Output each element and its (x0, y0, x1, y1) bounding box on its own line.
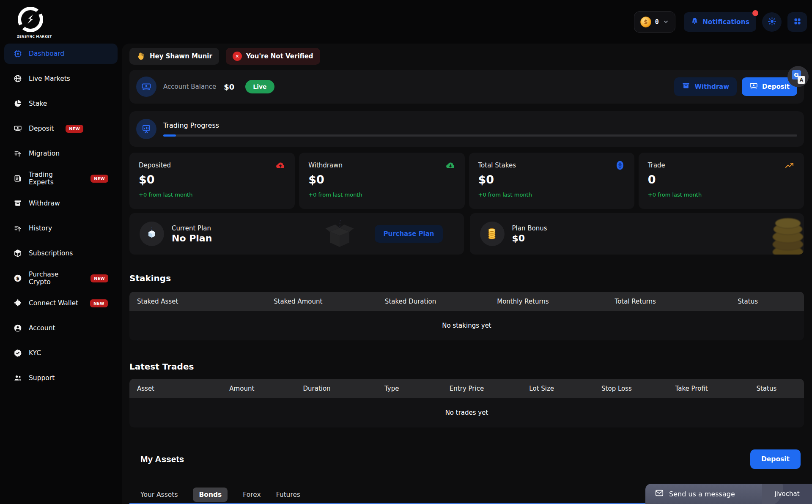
sidebar-item-migration[interactable]: Migration (4, 143, 118, 164)
tab-futures[interactable]: Futures (276, 491, 300, 499)
right-column: $ 0 z Notifications (122, 0, 812, 504)
logo[interactable]: ZENSYNC MARKET (0, 0, 122, 38)
cpu-icon (14, 49, 22, 58)
stat-value: $0 (139, 173, 285, 186)
content-area: Hey Shawn Munir ✕ You're Not Verified Ac… (122, 44, 812, 504)
wave-hand-icon (136, 52, 145, 61)
stats-row: Deposited$0+0 from last monthWithdrawn$0… (129, 153, 804, 209)
latest-trades-title: Latest Trades (129, 362, 804, 372)
tab-your-assets[interactable]: Your Assets (140, 491, 178, 499)
stat-value: 0 (648, 173, 795, 186)
apps-grid-button[interactable] (787, 12, 807, 32)
column-header-duration: Duration (279, 385, 354, 392)
notifications-button[interactable]: z Notifications (684, 12, 756, 32)
purchase-plan-button[interactable]: Purchase Plan (375, 225, 442, 243)
trend-up-icon (785, 160, 795, 170)
sidebar-item-label: Withdraw (29, 200, 60, 207)
gold-coin-icon: $ (640, 16, 651, 27)
column-header-staked-duration: Staked Duration (354, 298, 467, 305)
assets-deposit-button[interactable]: Deposit (750, 449, 801, 469)
new-badge: NEW (91, 274, 108, 282)
stat-title: Total Stakes (478, 162, 516, 169)
new-badge: NEW (66, 125, 83, 133)
svg-text:z: z (694, 19, 696, 22)
coin-balance-dropdown[interactable]: $ 0 (634, 11, 675, 33)
sidebar-item-label: Trading Experts (29, 171, 79, 186)
chevron-down-icon (663, 19, 669, 25)
cube-icon (14, 249, 22, 257)
withdraw-button[interactable]: Withdraw (674, 77, 737, 96)
svg-text:$: $ (16, 276, 19, 281)
greeting-chip: Hey Shawn Munir (129, 48, 219, 65)
app-root: ZENSYNC MARKET DashboardLive MarketsStak… (0, 0, 812, 504)
greeting-row: Hey Shawn Munir ✕ You're Not Verified (129, 48, 804, 65)
new-badge: NEW (90, 299, 108, 307)
sidebar-item-live-markets[interactable]: Live Markets (4, 68, 118, 89)
sidebar-item-label: Support (29, 374, 55, 382)
stat-card-deposited: Deposited$0+0 from last month (129, 153, 295, 209)
sidebar-item-withdraw[interactable]: Withdraw (4, 193, 118, 214)
x-circle-icon: ✕ (233, 52, 242, 61)
stakings-empty-row: No stakings yet (129, 311, 804, 340)
stat-delta: +0 from last month (478, 192, 625, 198)
stat-card-total-stakes: Total Stakes$0+0 from last month (469, 153, 634, 209)
sidebar-item-label: Stake (29, 100, 47, 107)
stat-card-trade: Trade0+0 from last month (639, 153, 804, 209)
tab-bonds[interactable]: Bonds (193, 488, 228, 502)
tab-forex[interactable]: Forex (243, 491, 261, 499)
column-header-status: Status (729, 385, 804, 392)
current-plan-label: Current Plan (172, 225, 212, 232)
not-verified-chip[interactable]: ✕ You're Not Verified (226, 48, 320, 65)
chat-widget[interactable]: Send us a message jivochat (645, 484, 812, 504)
sidebar-item-account[interactable]: Account (4, 318, 118, 338)
column-header-staked-asset: Staked Asset (129, 298, 242, 305)
sidebar-item-label: Migration (29, 150, 60, 157)
list-arrow-up-icon (14, 149, 22, 158)
sidebar-item-support[interactable]: Support (4, 368, 118, 388)
stat-card-withdrawn: Withdrawn$0+0 from last month (299, 153, 464, 209)
google-translate-button[interactable]: G A (787, 66, 809, 87)
column-header-amount: Amount (204, 385, 279, 392)
theme-toggle-button[interactable] (762, 12, 782, 32)
sidebar-item-trading-experts[interactable]: Trading ExpertsNEW (4, 168, 118, 189)
list-arrow-up-icon (14, 224, 22, 233)
column-header-status: Status (691, 298, 804, 305)
account-balance-value: $0 (224, 82, 234, 91)
balance-actions: Withdraw Deposit (674, 77, 797, 96)
ethereum-icon (615, 160, 625, 170)
sidebar-item-stake[interactable]: Stake (4, 93, 118, 114)
bell-icon: z (691, 17, 699, 27)
live-badge: Live (245, 80, 274, 93)
sidebar-item-label: Live Markets (29, 75, 70, 82)
pie-chart-icon (14, 99, 22, 108)
stat-value: $0 (478, 173, 625, 186)
cloud-arrow-up-icon (275, 160, 285, 170)
sidebar-item-kyc[interactable]: KYC (4, 343, 118, 363)
column-header-asset: Asset (129, 385, 204, 392)
stakings-table-header: Staked AssetStaked AmountStaked Duration… (129, 292, 804, 311)
sidebar-item-label: Dashboard (29, 50, 64, 58)
sidebar-item-label: Connect Wallet (29, 299, 78, 307)
archive-tray-icon (682, 82, 690, 92)
sidebar-item-subscriptions[interactable]: Subscriptions (4, 243, 118, 263)
trades-table-header: AssetAmountDurationTypeEntry PriceLot Si… (129, 379, 804, 398)
sidebar-item-purchase-crypto[interactable]: $Purchase CryptoNEW (4, 268, 118, 288)
users-icon (14, 374, 22, 382)
envelope-icon (655, 488, 664, 499)
chat-message-text: Send us a message (669, 490, 735, 498)
progress-fill (163, 134, 176, 137)
stat-title: Trade (648, 162, 665, 169)
sidebar-item-connect-wallet[interactable]: Connect WalletNEW (4, 293, 118, 313)
current-plan-value: No Plan (172, 233, 212, 244)
my-assets-title: My Assets (140, 454, 184, 464)
gold-coins-icon (480, 222, 505, 246)
empty-box-art (320, 215, 359, 254)
column-header-take-profit: Take Profit (654, 385, 729, 392)
banknote-icon (749, 82, 758, 92)
coin-balance-value: 0 (655, 18, 659, 26)
brand-logo-icon (17, 6, 122, 33)
sidebar-item-dashboard[interactable]: Dashboard (4, 44, 118, 64)
sidebar-item-label: History (29, 225, 52, 232)
sidebar-item-deposit[interactable]: DepositNEW (4, 118, 118, 139)
sidebar-item-history[interactable]: History (4, 218, 118, 238)
